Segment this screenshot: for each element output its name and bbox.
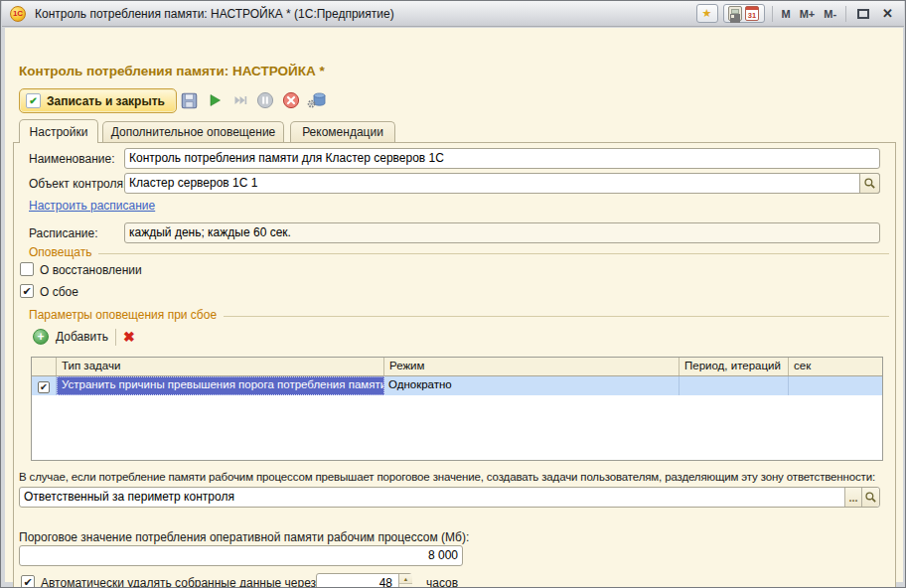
delete-row-button[interactable]: ✖ xyxy=(123,329,135,345)
tab-settings[interactable]: Настройки xyxy=(19,119,98,143)
col-mode-header[interactable]: Режим xyxy=(384,358,680,375)
save-and-close-button[interactable]: ✔ Записать и закрыть xyxy=(19,88,177,113)
row-task-type-cell[interactable]: Устранить причины превышения порога потр… xyxy=(57,376,384,395)
col-checkbox-header[interactable] xyxy=(32,358,57,375)
notify-on-failure-label: О сбое xyxy=(40,285,78,299)
control-object-input[interactable]: Кластер серверов 1С 1 xyxy=(124,173,880,194)
choose-button[interactable]: ... xyxy=(844,488,861,507)
start-icon[interactable] xyxy=(205,90,225,110)
failure-params-group-header: Параметры оповещения при сбое xyxy=(29,308,889,322)
tab-additional-notification[interactable]: Дополнительное оповещение xyxy=(102,121,284,142)
calculator-icon[interactable] xyxy=(728,6,742,21)
schedule-value-field[interactable]: каждый день; каждые 60 сек. xyxy=(124,222,880,243)
app-window: 1С Контроль потребления памяти: НАСТРОЙК… xyxy=(0,0,906,588)
notify-group-header: Оповещать xyxy=(29,245,889,259)
autodelete-label: Автоматически удалять собранные данные ч… xyxy=(41,576,316,588)
tools-button-group: 31 xyxy=(723,4,765,23)
threshold-label: Пороговое значение потребления оперативн… xyxy=(19,530,469,544)
schedule-label: Расписание: xyxy=(29,226,98,240)
group-divider xyxy=(224,316,889,317)
configure-schedule-link[interactable]: Настроить расписание xyxy=(29,199,155,213)
calendar-icon[interactable]: 31 xyxy=(745,6,759,21)
memory-plus-button[interactable]: M+ xyxy=(798,8,818,20)
notify-on-restore-checkbox[interactable] xyxy=(20,262,34,276)
row-enabled-checkbox[interactable]: ✔ xyxy=(38,381,50,393)
stop-icon[interactable] xyxy=(281,90,301,110)
memory-button[interactable]: M xyxy=(780,8,793,20)
tasks-table-header: Тип задачи Режим Период, итераций сек xyxy=(32,358,882,376)
window-title: Контроль потребления памяти: НАСТРОЙКА *… xyxy=(35,7,394,21)
titlebar-controls: ★ 31 M M+ M- ✕ xyxy=(696,3,898,24)
titlebar-separator xyxy=(772,6,773,22)
threshold-input[interactable]: 8 000 xyxy=(19,545,463,566)
search-icon xyxy=(864,491,877,504)
responsible-lookup-button[interactable] xyxy=(861,488,879,507)
notify-on-restore-label: О восстановлении xyxy=(40,263,142,277)
command-separator xyxy=(115,329,116,346)
name-input[interactable]: Контроль потребления памяти для Кластер … xyxy=(124,148,880,169)
search-icon xyxy=(863,177,876,190)
save-icon[interactable] xyxy=(179,90,199,110)
control-object-label: Объект контроля: xyxy=(29,177,126,191)
close-window-button[interactable]: ✕ xyxy=(878,6,897,21)
notify-on-failure-checkbox[interactable]: ✔ xyxy=(20,284,34,298)
titlebar-separator xyxy=(845,6,846,22)
form-content: Контроль потребления памяти: НАСТРОЙКА *… xyxy=(5,28,903,582)
title-bar: 1С Контроль потребления памяти: НАСТРОЙК… xyxy=(2,1,904,27)
table-row[interactable]: ✔ Устранить причины превышения порога по… xyxy=(32,376,882,395)
favorites-icon[interactable]: ★ xyxy=(696,4,718,23)
row-mode-cell[interactable]: Однократно xyxy=(384,376,680,395)
row-enabled-cell: ✔ xyxy=(32,376,57,395)
tab-recommendations[interactable]: Рекомендации xyxy=(290,121,395,142)
tasks-table: Тип задачи Режим Период, итераций сек ✔ … xyxy=(31,357,883,461)
spin-down-icon[interactable]: ▼ xyxy=(399,584,412,588)
hours-units-label: часов xyxy=(426,576,458,588)
add-icon[interactable]: + xyxy=(33,329,49,345)
col-period-header[interactable]: Период, итераций xyxy=(680,358,789,375)
row-sec-cell[interactable] xyxy=(789,376,882,395)
failure-params-group-label: Параметры оповещения при сбое xyxy=(29,308,217,322)
responsible-input[interactable]: Ответственный за периметр контроля xyxy=(19,487,880,508)
page-title: Контроль потребления памяти: НАСТРОЙКА * xyxy=(19,64,325,78)
save-and-close-label: Записать и закрыть xyxy=(47,94,165,108)
group-divider xyxy=(98,253,889,254)
hours-spinner: ▲ ▼ xyxy=(398,574,412,588)
notify-group-label: Оповещать xyxy=(29,245,91,259)
doc-check-icon: ✔ xyxy=(26,93,41,108)
name-label: Наименование: xyxy=(29,152,115,166)
restore-window-button[interactable] xyxy=(857,9,869,19)
col-task-type-header[interactable]: Тип задачи xyxy=(57,358,384,375)
col-sec-header[interactable]: сек xyxy=(789,358,882,375)
table-command-bar: + Добавить ✖ xyxy=(33,326,135,348)
spin-up-icon[interactable]: ▲ xyxy=(399,574,412,584)
database-settings-icon[interactable] xyxy=(306,90,326,110)
1c-logo-icon: 1С xyxy=(10,6,26,22)
autodelete-checkbox[interactable]: ✔ xyxy=(21,575,35,588)
control-object-lookup-button[interactable] xyxy=(859,173,880,194)
row-period-cell[interactable] xyxy=(680,376,789,395)
memory-minus-button[interactable]: M- xyxy=(822,8,838,20)
continue-icon[interactable] xyxy=(230,90,250,110)
pause-icon[interactable] xyxy=(255,90,275,110)
add-row-button[interactable]: Добавить xyxy=(56,330,108,344)
assign-task-label: В случае, если потребление памяти рабочи… xyxy=(19,471,875,483)
